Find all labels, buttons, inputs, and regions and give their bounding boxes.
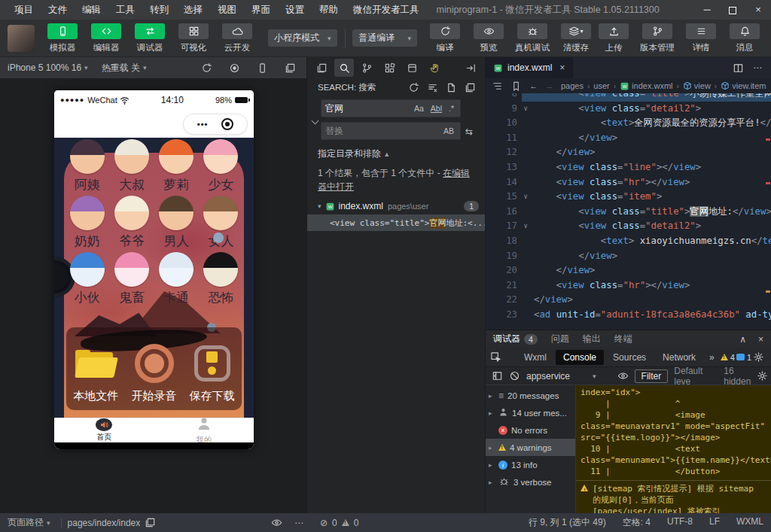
devtools-tab-Sources[interactable]: Sources xyxy=(605,350,654,365)
code-editor[interactable]: 8 <view class="title">小易传媒工作室全网资源站源码站</v… xyxy=(486,93,771,330)
console-filter-13 info[interactable]: ▸i13 info xyxy=(486,456,575,473)
toolbar-button-详情[interactable]: 详情 xyxy=(682,23,720,53)
voice-category-阿姨[interactable]: 阿姨 xyxy=(65,139,109,196)
record-screen-icon[interactable] xyxy=(229,62,240,74)
expander-icon[interactable]: ▸ xyxy=(489,461,495,469)
hand-icon[interactable] xyxy=(425,59,444,77)
search-input[interactable]: 官网 Aa Abl .* xyxy=(321,99,461,117)
regex-icon[interactable]: .* xyxy=(446,103,456,114)
warning-count[interactable]: 4 xyxy=(721,353,735,362)
preserve-case-icon[interactable]: AB xyxy=(441,126,456,136)
toolbar-button-调试器[interactable]: 调试器 xyxy=(131,23,169,53)
voice-category-卡通[interactable]: 卡通 xyxy=(154,252,199,309)
inspect-icon[interactable] xyxy=(490,351,501,363)
phone-tab-首页[interactable]: 首页 xyxy=(54,418,154,442)
voice-category-爷爷[interactable]: 爷爷 xyxy=(109,196,154,252)
console-filter-3 verbose[interactable]: ▸3 verbose xyxy=(486,473,575,491)
menu-item-界面[interactable]: 界面 xyxy=(245,0,277,20)
capsule-menu[interactable]: ••• xyxy=(183,114,248,135)
result-file-row[interactable]: ▾ W index.wxml pages\user 1 xyxy=(307,198,485,214)
expander-icon[interactable]: ▸ xyxy=(489,479,495,486)
minimize-button[interactable]: ─ xyxy=(694,0,720,20)
voice-category-奶奶[interactable]: 奶奶 xyxy=(65,196,109,252)
tab-index-wxml[interactable]: W index.wxml × xyxy=(486,57,573,78)
open-new-search-icon[interactable] xyxy=(446,82,457,93)
fold-chevron-icon[interactable]: ∨ xyxy=(524,190,528,205)
toolbar-button-云开发[interactable]: 云开发 xyxy=(218,23,256,53)
explorer-icon[interactable] xyxy=(312,59,331,77)
breadcrumb-item-user[interactable]: user xyxy=(593,81,609,90)
console-filter-No errors[interactable]: ×No errors xyxy=(486,421,575,439)
overflow-tabs-icon[interactable]: » xyxy=(705,352,719,363)
forward-icon[interactable]: → xyxy=(545,81,553,90)
voice-category-鬼畜[interactable]: 鬼畜 xyxy=(109,252,154,309)
more-dots-icon[interactable]: ••• xyxy=(197,120,209,129)
toolbar-button-消息[interactable]: 消息 xyxy=(726,23,763,53)
match-case-icon[interactable]: Aa xyxy=(412,103,426,114)
fold-chevron-icon[interactable]: ∨ xyxy=(524,219,528,234)
user-avatar[interactable] xyxy=(8,25,35,52)
git-icon[interactable] xyxy=(357,59,376,77)
refresh-results-icon[interactable] xyxy=(408,82,419,93)
menu-item-帮助[interactable]: 帮助 xyxy=(312,0,345,20)
toggle-replace-chevron[interactable] xyxy=(309,99,321,144)
toolbar-button-模拟器[interactable]: 模拟器 xyxy=(44,23,81,53)
toolbar-button-预览[interactable]: 预览 xyxy=(470,23,507,53)
compile-select[interactable]: 普通编译▾ xyxy=(352,29,417,47)
voice-category-恐怖[interactable]: 恐怖 xyxy=(199,252,243,309)
collapse-results-icon[interactable] xyxy=(465,82,476,93)
rotate-icon[interactable] xyxy=(201,62,212,74)
toolbar-button-清缓存[interactable]: ▾清缓存 xyxy=(557,23,595,53)
replace-input[interactable]: 替换 AB xyxy=(321,122,461,140)
action-button-开始录音[interactable]: 开始录音 xyxy=(126,344,183,403)
debugger-tab-问题[interactable]: 问题 xyxy=(551,333,569,345)
devtools-tab-Network[interactable]: Network xyxy=(655,350,703,365)
copy-path-icon[interactable] xyxy=(145,517,156,528)
clear-console-icon[interactable] xyxy=(509,370,520,382)
collapse-panel-icon[interactable] xyxy=(461,59,480,77)
devtools-tab-Wxml[interactable]: Wxml xyxy=(517,350,554,365)
close-tab-icon[interactable]: × xyxy=(559,62,565,73)
voice-category-女人[interactable]: 女人 xyxy=(199,196,243,252)
voice-category-少女[interactable]: 少女 xyxy=(199,139,243,196)
status-item[interactable]: LF xyxy=(709,516,720,529)
bookmark-icon[interactable] xyxy=(510,81,522,92)
devtools-tab-Console[interactable]: Console xyxy=(556,350,604,365)
more-icon[interactable]: ⋯ xyxy=(294,518,303,528)
menu-item-文件[interactable]: 文件 xyxy=(41,0,74,20)
status-item[interactable]: 行 9, 列 1 (选中 49) xyxy=(529,516,606,529)
whole-word-icon[interactable]: Abl xyxy=(428,103,444,114)
breadcrumb-item-view[interactable]: view xyxy=(683,81,711,90)
status-item[interactable]: WXML xyxy=(736,516,763,529)
toolbar-button-版本管理[interactable]: 版本管理 xyxy=(638,23,676,53)
status-item[interactable]: 空格: 4 xyxy=(623,516,651,529)
expander-icon[interactable]: ▸ xyxy=(489,444,495,451)
console-filter-20 messages[interactable]: ▸≡20 messages xyxy=(486,387,575,404)
menu-item-设置[interactable]: 设置 xyxy=(279,0,311,20)
menu-item-工具[interactable]: 工具 xyxy=(109,0,142,20)
toolbar-button-可视化[interactable]: 可视化 xyxy=(175,23,212,53)
voice-category-男人[interactable]: 男人 xyxy=(154,196,199,252)
expander-icon[interactable]: ▸ xyxy=(489,409,495,417)
hot-reload-select[interactable]: 热重载 关▾ xyxy=(102,62,147,74)
toolbar-button-编译[interactable]: 编译 xyxy=(426,23,464,53)
eye-icon[interactable] xyxy=(617,370,629,382)
console-settings-icon[interactable] xyxy=(757,370,768,382)
menu-item-选择[interactable]: 选择 xyxy=(177,0,209,20)
outline-icon[interactable] xyxy=(492,81,503,92)
problems-counter[interactable]: ⊘0 0 xyxy=(320,518,358,528)
device-frame-icon[interactable] xyxy=(257,62,268,74)
replace-all-icon[interactable]: ⇆ xyxy=(461,99,477,144)
chat-count[interactable]: 1 xyxy=(736,353,751,362)
status-item[interactable]: UTF-8 xyxy=(667,516,693,529)
devtools-settings-icon[interactable] xyxy=(753,351,764,363)
breadcrumb-item-view.item[interactable]: view.item xyxy=(721,81,766,90)
debugger-tab-终端[interactable]: 终端 xyxy=(614,333,632,345)
filter-level-select[interactable]: Default leve xyxy=(674,366,702,387)
split-editor-icon[interactable] xyxy=(733,62,744,74)
exit-circle-icon[interactable] xyxy=(221,118,233,130)
close-debugger-icon[interactable]: × xyxy=(758,334,763,345)
expander-icon[interactable]: ▸ xyxy=(489,392,495,400)
action-button-本地文件[interactable]: 本地文件 xyxy=(67,344,124,403)
breadcrumb-item-pages[interactable]: pages xyxy=(561,81,584,90)
